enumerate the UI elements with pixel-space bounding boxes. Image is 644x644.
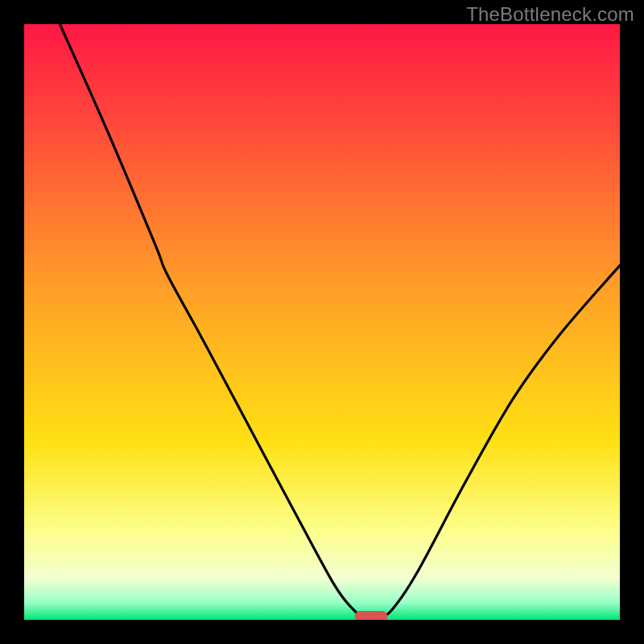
chart-svg [24,24,620,620]
gradient-background [24,24,620,620]
chart-frame: TheBottleneck.com [0,0,644,644]
plot-area [24,24,620,620]
watermark-text: TheBottleneck.com [466,3,634,26]
optimal-marker [355,611,388,620]
